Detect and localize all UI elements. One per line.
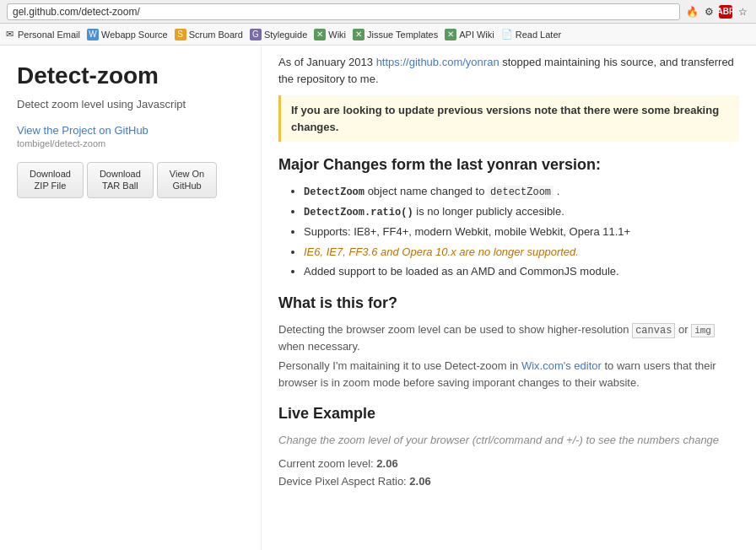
settings-icon[interactable]: ⚙ xyxy=(702,5,716,19)
list-item: DetectZoom object name changed to detect… xyxy=(304,183,739,200)
main-content: As of January 2013 https://github.com/yo… xyxy=(262,46,756,550)
view-github-button[interactable]: View On GitHub xyxy=(157,162,217,198)
list-item: DetectZoom.ratio() is no longer publicly… xyxy=(304,203,739,220)
change-1-code: detectZoom xyxy=(488,186,554,199)
intro-text-before: As of January 2013 xyxy=(278,56,376,68)
adblock-icon[interactable]: ABP xyxy=(719,5,732,19)
download-buttons: Download ZIP File Download TAR Ball View… xyxy=(17,162,244,198)
url-input[interactable] xyxy=(7,3,680,20)
zip-line1: Download xyxy=(30,168,71,180)
bookmark-wiki[interactable]: ✕ Wiki xyxy=(314,29,346,40)
download-tar-button[interactable]: Download TAR Ball xyxy=(87,162,154,198)
bookmark-label: Personal Email xyxy=(18,30,80,40)
bookmark-personal-email[interactable]: ✉ Personal Email xyxy=(3,29,80,40)
what-title: What is this for? xyxy=(278,292,739,315)
zoom-label: Current zoom level: xyxy=(278,457,374,470)
what-para1b: or xyxy=(675,323,691,336)
page-layout: Detect-zoom Detect zoom level using Java… xyxy=(0,46,756,550)
bookmarks-bar: ✉ Personal Email W Webapp Source S Scrum… xyxy=(0,24,756,46)
api-wiki-icon: ✕ xyxy=(445,29,456,40)
yonran-link[interactable]: https://github.com/yonran xyxy=(376,56,500,68)
list-item: Added support to be loaded as an AMD and… xyxy=(304,263,739,280)
jissue-icon: ✕ xyxy=(353,29,364,40)
change-3-text: Supports: IE8+, FF4+, modern Webkit, mob… xyxy=(304,225,630,238)
wiki-icon: ✕ xyxy=(314,29,326,40)
what-para2-text-before: Personally I'm maitaining it to use Dete… xyxy=(278,359,521,372)
bookmark-label: Styleguide xyxy=(264,30,307,40)
changes-title: Major Changes form the last yonran versi… xyxy=(278,154,739,176)
bookmark-label: Webapp Source xyxy=(101,30,168,40)
change-5-text: Added support to be loaded as an AMD and… xyxy=(304,265,619,278)
bookmark-label: Read Later xyxy=(516,30,561,40)
styleguide-icon: G xyxy=(250,29,262,40)
what-para1: Detecting the browser zoom level can be … xyxy=(278,321,739,355)
gh-line1: View On xyxy=(170,168,204,180)
zoom-level-line: Current zoom level: 2.06 xyxy=(278,456,739,472)
what-para1a: Detecting the browser zoom level can be … xyxy=(278,323,632,336)
project-subtitle: Detect zoom level using Javascript xyxy=(17,98,244,111)
wix-link[interactable]: Wix.com's editor xyxy=(521,359,602,372)
what-para2: Personally I'm maitaining it to use Dete… xyxy=(278,358,739,391)
change-4-text: IE6, IE7, FF3.6 and Opera 10.x are no lo… xyxy=(304,245,579,258)
zoom-value: 2.06 xyxy=(376,457,397,470)
browser-icons: 🔥 ⚙ ABP ☆ xyxy=(685,5,749,19)
canvas-tag: canvas xyxy=(632,323,675,338)
webapp-source-icon: W xyxy=(87,29,99,40)
live-example-title: Live Example xyxy=(278,402,739,425)
bookmark-read-later[interactable]: 📄 Read Later xyxy=(501,29,561,40)
scrum-board-icon: S xyxy=(175,29,186,40)
sidebar: Detect-zoom Detect zoom level using Java… xyxy=(0,46,262,550)
bookmark-styleguide[interactable]: G Styleguide xyxy=(250,29,307,40)
star-icon[interactable]: ☆ xyxy=(736,5,749,19)
changes-list: DetectZoom object name changed to detect… xyxy=(278,183,739,280)
bookmark-api-wiki[interactable]: ✕ API Wiki xyxy=(445,29,494,40)
github-link[interactable]: View the Project on GitHub xyxy=(17,124,244,137)
bookmark-label: Scrum Board xyxy=(189,30,243,40)
device-label: Device Pixel Aspect Ratio: xyxy=(278,475,407,488)
bookmark-scrum-board[interactable]: S Scrum Board xyxy=(175,29,243,40)
list-item: Supports: IE8+, FF4+, modern Webkit, mob… xyxy=(304,224,739,240)
bookmark-webapp-source[interactable]: W Webapp Source xyxy=(87,29,168,40)
address-bar: 🔥 ⚙ ABP ☆ xyxy=(0,0,756,24)
alert-box: If you are looking to update previous ve… xyxy=(278,95,739,142)
zip-line2: ZIP File xyxy=(30,180,71,191)
github-sub-label: tombigel/detect-zoom xyxy=(17,138,244,148)
device-pixel-line: Device Pixel Aspect Ratio: 2.06 xyxy=(278,473,739,490)
what-para1c: when necessary. xyxy=(278,340,360,353)
bookmark-jissue-templates[interactable]: ✕ Jissue Templates xyxy=(353,29,438,40)
img-tag: img xyxy=(691,324,715,337)
change-1-term: DetectZoom xyxy=(304,186,364,198)
change-2-term: DetectZoom.ratio() xyxy=(304,207,413,218)
alert-text: If you are looking to update previous ve… xyxy=(291,104,719,133)
bookmark-label: Jissue Templates xyxy=(367,30,438,40)
change-1-text: object name changed to xyxy=(368,185,488,197)
personal-email-icon: ✉ xyxy=(3,29,15,40)
live-example-desc: Change the zoom level of your browser (c… xyxy=(278,432,739,449)
tar-line1: Download xyxy=(100,168,141,180)
read-later-icon: 📄 xyxy=(501,29,513,40)
intro-paragraph: As of January 2013 https://github.com/yo… xyxy=(278,54,739,87)
gh-line2: GitHub xyxy=(170,180,204,191)
tar-line2: TAR Ball xyxy=(100,180,141,191)
bookmark-label: API Wiki xyxy=(459,30,494,40)
download-zip-button[interactable]: Download ZIP File xyxy=(17,162,84,198)
project-title: Detect-zoom xyxy=(17,62,244,89)
list-item: IE6, IE7, FF3.6 and Opera 10.x are no lo… xyxy=(304,244,739,261)
device-value: 2.06 xyxy=(409,475,430,488)
fire-icon[interactable]: 🔥 xyxy=(685,5,699,19)
bookmark-label: Wiki xyxy=(328,30,346,40)
change-2-text: is no longer publicly accesible. xyxy=(416,205,564,218)
